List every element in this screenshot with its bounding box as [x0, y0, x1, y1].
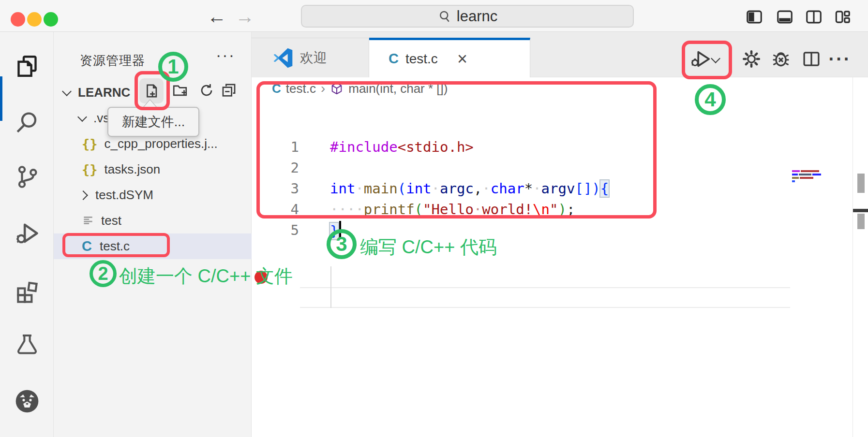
ruler-mark [857, 214, 865, 229]
tree-item-test[interactable]: test [54, 208, 252, 233]
breadcrumb-separator: › [321, 81, 325, 96]
run-dropdown-chevron-icon[interactable] [712, 55, 719, 64]
tab-label: test.c [405, 51, 438, 67]
indent-guide [330, 266, 331, 308]
line-number[interactable]: 3 [252, 180, 299, 197]
split-layout-icon[interactable] [805, 8, 823, 26]
sidebar-item-testing[interactable] [0, 320, 54, 368]
code-line-3[interactable]: 3int·main(int·argc,·char*·argv[]){ [252, 178, 793, 199]
line-number[interactable]: 2 [252, 160, 299, 176]
line-text: #include<stdio.h> [330, 139, 474, 155]
tree-item-test-dsym[interactable]: test.dSYM [54, 182, 252, 208]
tab-test-c[interactable]: C test.c × [369, 38, 530, 77]
sidebar-item-extensions[interactable] [0, 266, 54, 314]
search-icon [437, 9, 452, 24]
toggle-panel-icon[interactable] [776, 8, 794, 26]
bug-crossed-icon [770, 48, 792, 70]
tab-label: 欢迎 [300, 49, 327, 67]
workspace-name: LEARNC [78, 85, 130, 100]
debug-disabled-button[interactable] [769, 47, 793, 71]
line-number[interactable]: 4 [252, 201, 299, 218]
tab-welcome[interactable]: 欢迎 [252, 38, 369, 77]
new-file-icon [143, 83, 160, 99]
json-icon: {} [82, 162, 98, 177]
panda-icon [14, 388, 41, 415]
sidebar-item-search[interactable] [0, 99, 54, 147]
sidebar-item-run-debug[interactable] [0, 209, 54, 258]
tab-bar: 欢迎 C test.c × [252, 32, 868, 77]
title-bar: ← → learnc [0, 0, 868, 32]
line-number[interactable]: 5 [252, 222, 299, 238]
code-line-2[interactable]: 2 [252, 157, 793, 178]
annotation-step-4: 4 [695, 84, 726, 115]
flask-icon [14, 331, 40, 357]
collapse-all-icon [221, 82, 237, 99]
zoom-window-button[interactable] [44, 12, 58, 27]
customize-layout-icon[interactable] [833, 8, 852, 26]
gear-icon [741, 49, 762, 69]
ruler-mark [857, 174, 865, 193]
file-icon [82, 215, 94, 227]
c-file-icon: C [272, 81, 281, 96]
sidebar-item-explorer[interactable] [0, 42, 54, 90]
search-query: learnc [457, 8, 497, 25]
refresh-explorer-button[interactable] [195, 79, 218, 102]
annotation-step-3: 3 [327, 229, 357, 259]
ruler-mark [853, 209, 868, 212]
split-editor-button[interactable] [800, 47, 823, 71]
collapse-folders-button[interactable] [218, 79, 240, 102]
line-text: ····printf("Hello·world!\n"); [330, 201, 575, 218]
sidebar-item-source-control[interactable] [0, 153, 54, 201]
annotation-step-2-text: 创建一个 C/C++ 文件 [119, 264, 293, 289]
sidebar-item-ai-assistant[interactable] [0, 377, 54, 425]
run-or-debug-button[interactable] [689, 47, 712, 71]
breadcrumb[interactable]: C test.c › main(int, char * []) [252, 77, 868, 100]
extensions-icon [14, 277, 41, 304]
close-tab-icon[interactable]: × [457, 49, 467, 69]
annotation-step-2: 2 [90, 260, 117, 287]
c-file-icon: C [82, 238, 92, 254]
toggle-sidebar-icon[interactable] [745, 8, 763, 26]
activity-bar [0, 32, 54, 437]
explorer-more-actions-button[interactable]: ··· [216, 45, 235, 64]
tooltip-arrow [143, 100, 157, 108]
minimize-window-button[interactable] [27, 12, 42, 27]
files-icon [14, 53, 41, 80]
new-folder-button[interactable] [169, 79, 191, 102]
vscode-logo-icon [273, 48, 293, 68]
tree-item-tasks-json[interactable]: {} tasks.json [54, 157, 252, 182]
json-icon: {} [82, 136, 98, 151]
editor-more-actions-button[interactable]: ··· [828, 47, 852, 71]
command-center-search[interactable]: learnc [301, 5, 634, 28]
navigate-back-button[interactable]: ← [207, 7, 226, 26]
new-folder-icon [172, 82, 188, 99]
breadcrumb-symbol[interactable]: main(int, char * []) [348, 81, 448, 96]
search-view-icon [14, 109, 41, 136]
git-branch-icon [14, 163, 41, 190]
run-debug-icon [689, 48, 712, 70]
chevron-right-icon [78, 190, 88, 200]
chevron-down-icon [77, 112, 87, 122]
debug-icon [13, 219, 41, 248]
code-line-1[interactable]: 1#include<stdio.h> [252, 136, 793, 157]
code-line-4[interactable]: 4····printf("Hello·world!\n"); [252, 199, 793, 219]
minimap[interactable] [792, 170, 831, 199]
code-editor[interactable]: 1#include<stdio.h>23int·main(int·argc,·c… [252, 100, 868, 437]
navigate-forward-button[interactable]: → [235, 7, 254, 26]
annotation-step-3-text: 编写 C/C++ 代码 [360, 235, 497, 260]
refresh-icon [198, 82, 215, 99]
current-line-highlight [300, 287, 790, 308]
line-number[interactable]: 1 [252, 139, 299, 155]
tree-item-test-c[interactable]: C test.c [54, 233, 252, 259]
settings-gear-button[interactable] [740, 47, 763, 71]
symbol-method-icon [330, 82, 344, 95]
new-file-tooltip: 新建文件... [107, 107, 199, 137]
overview-ruler[interactable] [853, 77, 868, 437]
breadcrumb-file[interactable]: test.c [286, 81, 316, 96]
explorer-sidebar: 资源管理器 ··· LEARNC [54, 32, 252, 437]
line-text: int·main(int·argc,·char*·argv[]){ [330, 180, 609, 197]
c-file-icon: C [389, 51, 399, 67]
sidebar-title: 资源管理器 [80, 52, 145, 69]
split-editor-icon [801, 49, 822, 69]
close-window-button[interactable] [11, 12, 25, 27]
